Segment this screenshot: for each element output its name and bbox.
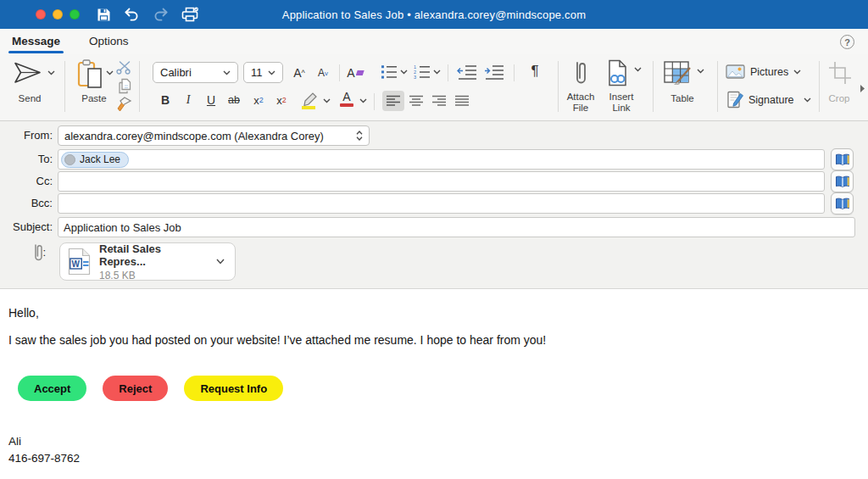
body-paragraph: I saw the sales job you had posted on yo… (8, 333, 546, 347)
message-header-fields: From: alexandra.corey@mindscope.com (Ale… (0, 121, 868, 289)
chevron-down-icon (268, 70, 275, 75)
crop-icon (828, 61, 852, 85)
chevron-down-icon[interactable] (400, 70, 408, 75)
tab-options[interactable]: Options (87, 35, 131, 54)
bcc-address-book-button[interactable] (831, 192, 854, 214)
align-center-button[interactable] (405, 91, 427, 111)
decrease-indent-button[interactable] (457, 64, 477, 80)
chevron-down-icon (634, 67, 642, 72)
chevron-down-icon (793, 70, 801, 75)
paste-label: Paste (71, 93, 117, 104)
ribbon: Send Paste Calibri 11 A^ Av A (0, 54, 868, 121)
save-icon[interactable] (97, 8, 111, 22)
attachments-colon: : (0, 246, 46, 259)
insert-link-button[interactable]: Insert Link (600, 56, 648, 119)
svg-text:1: 1 (414, 64, 416, 70)
chevron-down-icon[interactable] (433, 70, 441, 75)
paste-icon (77, 59, 104, 90)
align-left-button[interactable] (382, 91, 404, 111)
paperclip-icon (572, 59, 589, 88)
to-address-book-button[interactable] (831, 148, 854, 170)
svg-text:3: 3 (414, 75, 416, 80)
request-info-button[interactable]: Request Info (184, 376, 283, 401)
from-label: From: (0, 129, 53, 142)
attachment-name: Retail Sales Repres... (99, 242, 203, 268)
signature-button[interactable]: Signature (724, 90, 814, 110)
signature-phone: 416-697-8762 (8, 452, 80, 465)
grow-font-button[interactable]: A^ (288, 63, 310, 83)
insert-link-label: Insert Link (600, 92, 643, 114)
table-button[interactable]: Table (658, 56, 710, 119)
to-field[interactable]: Jack Lee (58, 149, 825, 170)
from-select[interactable]: alexandra.corey@mindscope.com (Alexandra… (58, 125, 370, 146)
align-right-button[interactable] (428, 91, 450, 111)
subscript-button[interactable]: x2 (248, 90, 270, 110)
chevron-down-icon[interactable] (359, 98, 367, 103)
chevron-down-icon (47, 70, 55, 75)
chevron-down-icon (106, 70, 114, 75)
link-icon (607, 59, 629, 86)
address-book-icon (835, 198, 850, 210)
reject-button[interactable]: Reject (103, 376, 168, 401)
chevron-down-icon[interactable] (216, 259, 225, 265)
attach-file-button[interactable]: Attach File (559, 56, 602, 119)
message-body-editor[interactable]: Hello, I saw the sales job you had poste… (0, 290, 868, 479)
action-buttons: AcceptRejectRequest Info (18, 376, 283, 401)
body-greeting: Hello, (8, 306, 39, 320)
recipient-chip[interactable]: Jack Lee (61, 152, 129, 168)
bold-button[interactable]: B (154, 90, 176, 110)
attachment-size: 18.5 KB (99, 270, 203, 281)
send-icon (14, 61, 42, 85)
undo-icon[interactable] (124, 8, 140, 21)
copy-icon[interactable] (117, 78, 131, 94)
italic-button[interactable]: I (177, 90, 199, 110)
show-paragraph-marks-button[interactable]: ¶ (524, 61, 546, 81)
pictures-icon (726, 64, 745, 79)
format-painter-icon[interactable] (114, 96, 132, 113)
crop-button[interactable]: Crop (821, 56, 860, 119)
subject-field[interactable]: Application to Sales Job (58, 217, 855, 237)
text-highlight-button[interactable] (300, 92, 320, 109)
increase-indent-button[interactable] (484, 64, 504, 80)
numbered-list-button[interactable]: 123 (414, 64, 431, 80)
align-justify-button[interactable] (451, 91, 473, 111)
accept-button[interactable]: Accept (18, 376, 86, 401)
to-label: To: (0, 153, 53, 165)
print-icon[interactable] (181, 7, 199, 22)
cc-field[interactable] (58, 171, 825, 192)
underline-button[interactable]: U (200, 90, 222, 110)
attachment-card[interactable]: W Retail Sales Repres... 18.5 KB (59, 242, 236, 281)
eraser-icon (356, 70, 365, 76)
ribbon-tabs: Message Options ? (0, 29, 868, 54)
signature-label: Signature (748, 94, 794, 106)
clear-formatting-button[interactable]: A (345, 63, 367, 83)
strikethrough-button[interactable]: ab (223, 90, 245, 110)
chevron-down-icon (697, 69, 704, 74)
font-size-select[interactable]: 11 (243, 62, 283, 83)
cut-icon[interactable] (116, 60, 131, 75)
cc-address-book-button[interactable] (831, 170, 854, 192)
bcc-label: Bcc: (0, 197, 53, 209)
avatar (64, 154, 75, 165)
send-button[interactable]: Send (5, 56, 59, 117)
help-icon[interactable]: ? (840, 35, 854, 49)
bcc-field[interactable] (58, 193, 825, 214)
subject-label: Subject: (0, 220, 53, 233)
more-commands-icon[interactable] (860, 84, 865, 93)
superscript-button[interactable]: x2 (270, 90, 292, 110)
paste-button[interactable]: Paste (71, 56, 117, 117)
font-color-button[interactable]: A (337, 90, 356, 107)
redo-icon[interactable] (153, 8, 169, 21)
table-icon (664, 61, 693, 85)
chevron-down-icon[interactable] (323, 98, 331, 103)
tab-message[interactable]: Message (10, 35, 62, 54)
table-label: Table (658, 93, 707, 104)
pictures-button[interactable]: Pictures (724, 63, 804, 81)
font-name-select[interactable]: Calibri (153, 62, 238, 83)
send-label: Send (5, 93, 54, 104)
address-book-icon (835, 153, 850, 166)
chevron-down-icon (223, 70, 231, 75)
bulleted-list-button[interactable] (381, 64, 398, 80)
shrink-font-button[interactable]: Av (312, 63, 334, 83)
chevron-down-icon (804, 97, 811, 103)
